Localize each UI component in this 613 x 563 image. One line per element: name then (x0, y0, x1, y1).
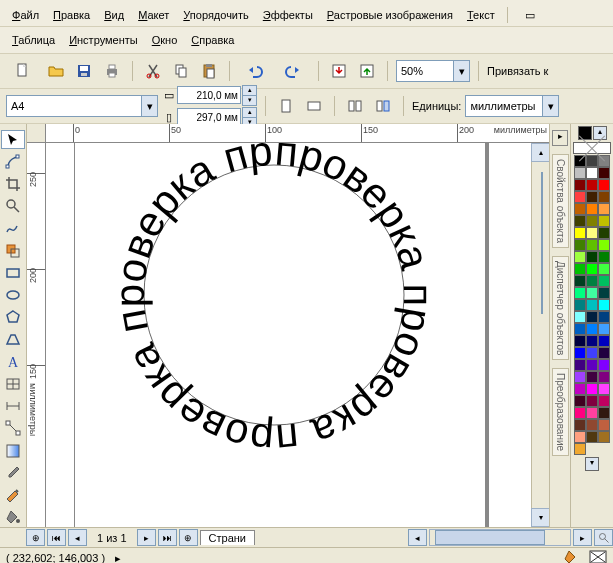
fill-tool[interactable] (1, 508, 25, 527)
color-swatch[interactable] (586, 311, 598, 323)
color-swatch[interactable] (598, 371, 610, 383)
menu-view[interactable]: Вид (98, 7, 130, 23)
scroll-down-button[interactable]: ▾ (531, 508, 549, 527)
color-swatch[interactable] (574, 215, 586, 227)
menu-help[interactable]: Справка (185, 32, 240, 48)
color-swatch[interactable] (598, 215, 610, 227)
last-page-button[interactable]: ⏭ (158, 529, 177, 546)
shape-tool[interactable] (1, 152, 25, 171)
fill-indicator-icon[interactable] (563, 549, 579, 563)
color-swatch[interactable] (574, 359, 586, 371)
color-swatch[interactable] (598, 347, 610, 359)
color-swatch[interactable] (586, 251, 598, 263)
hscroll-left-button[interactable]: ◂ (408, 529, 427, 546)
color-swatch[interactable] (574, 239, 586, 251)
hscroll-thumb[interactable] (435, 530, 545, 545)
color-swatch[interactable] (574, 227, 586, 239)
outline-tool[interactable] (1, 486, 25, 505)
crop-tool[interactable] (1, 174, 25, 193)
interactive-tool[interactable] (1, 441, 25, 460)
color-swatch[interactable] (586, 215, 598, 227)
color-swatch[interactable] (574, 323, 586, 335)
redo-button[interactable] (276, 59, 310, 83)
paste-button[interactable] (197, 59, 221, 83)
freehand-tool[interactable] (1, 219, 25, 238)
color-swatch[interactable] (598, 335, 610, 347)
docker-transformation[interactable]: Преобразование (552, 368, 569, 456)
zoom-combo[interactable]: 50% ▾ (396, 60, 470, 82)
color-swatch[interactable] (586, 419, 598, 431)
color-swatch[interactable] (574, 431, 586, 443)
color-swatch[interactable] (574, 287, 586, 299)
add-page-after-button[interactable]: ⊕ (179, 529, 198, 546)
spin-down-button[interactable]: ▾ (242, 95, 257, 106)
color-swatch[interactable] (586, 431, 598, 443)
new-button[interactable] (6, 59, 40, 83)
color-swatch[interactable] (598, 311, 610, 323)
scroll-up-button[interactable]: ▴ (531, 143, 549, 162)
artwork-text-on-path[interactable]: проверка проверка проверка проверка пров… (104, 143, 444, 465)
color-swatch[interactable] (574, 203, 586, 215)
color-swatch[interactable] (598, 323, 610, 335)
menu-edit[interactable]: Правка (47, 7, 96, 23)
color-swatch[interactable] (598, 287, 610, 299)
color-swatch[interactable] (598, 299, 610, 311)
color-swatch[interactable] (574, 179, 586, 191)
color-swatch[interactable] (598, 407, 610, 419)
menu-effects[interactable]: Эффекты (257, 7, 319, 23)
zoom-tool[interactable] (1, 197, 25, 216)
no-fill-swatch[interactable] (573, 142, 611, 154)
ruler-origin[interactable] (27, 124, 46, 143)
basic-shapes-tool[interactable] (1, 330, 25, 349)
menu-bitmaps[interactable]: Растровые изображения (321, 7, 459, 23)
units-combo[interactable]: миллиметры ▾ (465, 95, 559, 117)
status-expand-icon[interactable]: ▸ (115, 552, 121, 564)
color-swatch[interactable] (598, 191, 610, 203)
rectangle-tool[interactable] (1, 263, 25, 282)
connector-tool[interactable] (1, 419, 25, 438)
palette-menu-button[interactable] (578, 126, 592, 140)
pick-tool[interactable] (1, 130, 25, 149)
all-pages-button[interactable] (343, 94, 367, 118)
color-swatch[interactable] (574, 419, 586, 431)
docker-object-properties[interactable]: Свойства объекта (552, 154, 569, 248)
palette-down-button[interactable]: ▾ (585, 457, 599, 471)
color-swatch[interactable] (586, 275, 598, 287)
docker-object-manager[interactable]: Диспетчер объектов (552, 256, 569, 360)
page-tab[interactable]: Страни (200, 530, 255, 545)
color-swatch[interactable] (586, 287, 598, 299)
outline-indicator-icon[interactable] (589, 550, 607, 563)
scroll-thumb[interactable] (541, 172, 543, 314)
color-swatch[interactable] (574, 275, 586, 287)
eyedropper-tool[interactable] (1, 463, 25, 482)
color-swatch[interactable] (574, 383, 586, 395)
color-swatch[interactable] (574, 371, 586, 383)
copy-button[interactable] (169, 59, 193, 83)
color-swatch[interactable] (586, 299, 598, 311)
table-tool[interactable] (1, 374, 25, 393)
import-button[interactable] (327, 59, 351, 83)
color-swatch[interactable] (598, 431, 610, 443)
current-page-button[interactable] (371, 94, 395, 118)
color-swatch[interactable] (598, 203, 610, 215)
color-swatch[interactable] (598, 263, 610, 275)
open-button[interactable] (44, 59, 68, 83)
horizontal-ruler[interactable]: миллиметры 050100150200 (45, 124, 549, 143)
menu-window[interactable]: Окно (146, 32, 184, 48)
print-button[interactable] (100, 59, 124, 83)
menu-table[interactable]: Таблица (6, 32, 61, 48)
spin-up-button[interactable]: ▴ (242, 85, 257, 95)
chevron-down-icon[interactable]: ▾ (453, 61, 469, 81)
snap-to-label[interactable]: Привязать к (487, 65, 548, 77)
color-swatch[interactable] (598, 179, 610, 191)
color-swatch[interactable] (598, 359, 610, 371)
export-button[interactable] (355, 59, 379, 83)
color-swatch[interactable] (598, 395, 610, 407)
horizontal-scrollbar-track[interactable] (429, 529, 571, 546)
smart-fill-tool[interactable] (1, 241, 25, 260)
color-swatch[interactable] (586, 359, 598, 371)
color-swatch[interactable] (574, 167, 586, 179)
color-swatch[interactable] (586, 191, 598, 203)
docker-expand-button[interactable]: ▸ (552, 130, 568, 146)
color-swatch[interactable] (574, 335, 586, 347)
